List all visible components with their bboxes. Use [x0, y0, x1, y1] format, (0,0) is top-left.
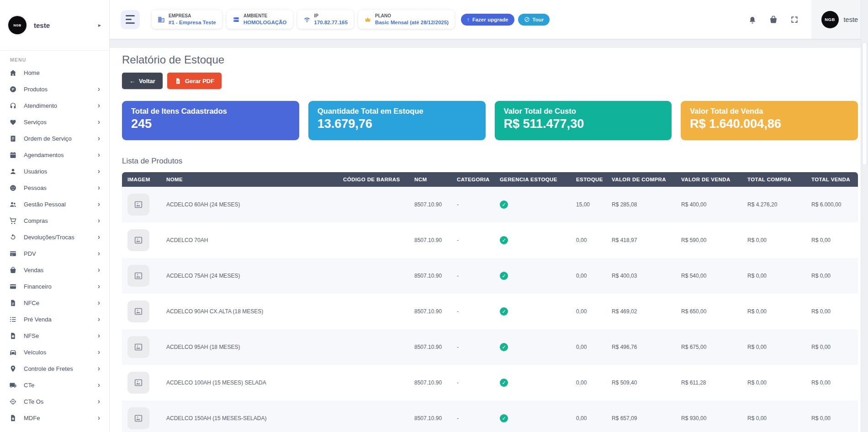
- product-image-placeholder: [127, 265, 149, 287]
- stat-card-value: R$ 1.640.004,86: [690, 117, 849, 131]
- stat-card-label: Valor Total de Custo: [504, 107, 663, 116]
- sidebar-item-pdv[interactable]: PDV ›: [0, 245, 109, 262]
- stat-card-value: 13.679,76: [318, 117, 476, 131]
- product-stock: 0,00: [571, 365, 606, 400]
- scrollbar-thumb[interactable]: [862, 42, 867, 165]
- sidebar-item-vendas[interactable]: Vendas ›: [0, 262, 109, 278]
- sidebar-item-label: Devoluções/Trocas: [24, 234, 74, 241]
- sidebar-item-label: NFSe: [24, 332, 39, 339]
- sidebar-item-mdfe[interactable]: MDFe ›: [0, 410, 109, 426]
- sidebar-item-produtos[interactable]: P Produtos ›: [0, 81, 109, 97]
- ip-chip[interactable]: IP 170.82.77.165: [297, 10, 354, 29]
- sidebar-item-home[interactable]: Home: [0, 64, 109, 81]
- sidebar-item-devolucoes-trocas[interactable]: Devoluções/Trocas ›: [0, 229, 109, 245]
- generate-pdf-button[interactable]: Gerar PDF: [167, 73, 222, 89]
- fullscreen-button[interactable]: [790, 15, 799, 24]
- product-row[interactable]: ACDELCO 70AH 8507.10.90 - ✓ 0,00 R$ 418,…: [122, 222, 858, 258]
- chevron-right-icon: ›: [98, 200, 100, 208]
- sidebar-user-panel[interactable]: NGB teste ▸: [0, 0, 109, 51]
- sidebar-item-nfse[interactable]: NFSe ›: [0, 327, 109, 344]
- sidebar-item-label: Home: [24, 69, 40, 76]
- sidebar-item-ordem-de-servico[interactable]: Ordem de Serviço ›: [0, 130, 109, 147]
- sidebar-item-cte-os[interactable]: CTe Os ›: [0, 393, 109, 410]
- sidebar-item-pessoas[interactable]: Pessoas ›: [0, 179, 109, 196]
- product-barcode: [338, 294, 409, 329]
- sidebar-item-usuarios[interactable]: Usuários ›: [0, 163, 109, 179]
- product-stock: 0,00: [571, 222, 606, 258]
- back-button[interactable]: ← Voltar: [122, 73, 163, 89]
- product-row[interactable]: ACDELCO 100AH (15 MESES) SELADA 8507.10.…: [122, 365, 858, 400]
- column-header-valor-de-venda: VALOR DE VENDA: [676, 172, 742, 187]
- product-name: ACDELCO 60AH (24 MESES): [161, 187, 338, 222]
- sidebar-item-label: PDV: [24, 250, 36, 257]
- column-header-total-venda: TOTAL VENDA: [806, 172, 858, 187]
- product-sale-value: R$ 540,00: [676, 258, 742, 294]
- sidebar-item-nfce[interactable]: NFCe ›: [0, 295, 109, 311]
- tour-button[interactable]: Tour: [518, 14, 550, 26]
- section-title: Lista de Produtos: [122, 157, 858, 166]
- product-row[interactable]: ACDELCO 60AH (24 MESES) 8507.10.90 - ✓ 1…: [122, 187, 858, 222]
- stat-card-label: Valor Total de Venda: [690, 107, 849, 116]
- sidebar-item-veiculos[interactable]: Veículos ›: [0, 344, 109, 360]
- product-row[interactable]: ACDELCO 75AH (24 MESES) 8507.10.90 - ✓ 0…: [122, 258, 858, 294]
- arrow-left-icon: ←: [129, 78, 135, 84]
- sidebar-item-compras[interactable]: Compras ›: [0, 212, 109, 229]
- product-sale-value: R$ 675,00: [676, 329, 742, 365]
- product-row[interactable]: ACDELCO 95AH (18 MESES) 8507.10.90 - ✓ 0…: [122, 329, 858, 365]
- image-icon: [133, 413, 143, 423]
- plan-chip-label: PLANO: [375, 13, 449, 19]
- chevron-right-icon: ›: [98, 414, 100, 421]
- ip-chip-value: 170.82.77.165: [314, 19, 348, 26]
- ordem-servico-icon: [9, 135, 17, 142]
- sidebar-item-agendamentos[interactable]: Agendamentos ›: [0, 147, 109, 163]
- sidebar-item-servicos[interactable]: Serviços ›: [0, 114, 109, 130]
- product-barcode: [338, 258, 409, 294]
- sidebar-item-gestao-pessoal[interactable]: Gestão Pessoal ›: [0, 196, 109, 212]
- image-icon: [133, 342, 143, 352]
- user-menu[interactable]: NGB teste: [811, 0, 868, 39]
- scrollbar-track[interactable]: [861, 0, 868, 432]
- product-purchase-value: R$ 509,40: [606, 365, 676, 400]
- sidebar-item-label: Atendimento: [24, 102, 57, 109]
- sidebar-item-atendimento[interactable]: Atendimento ›: [0, 97, 109, 114]
- column-header-estoque: ESTOQUE: [571, 172, 606, 187]
- product-total-purchase: R$ 0,00: [742, 222, 806, 258]
- product-image-placeholder: [127, 229, 149, 251]
- stat-card: Valor Total de Venda R$ 1.640.004,86: [681, 101, 858, 140]
- product-row[interactable]: ACDELCO 90AH CX.ALTA (18 MESES) 8507.10.…: [122, 294, 858, 329]
- cart-button[interactable]: [769, 15, 778, 24]
- upgrade-button[interactable]: ↑ Fazer upgrade: [461, 14, 514, 26]
- company-chip[interactable]: EMPRESA #1 - Empresa Teste: [152, 10, 222, 29]
- chevron-right-icon: ›: [98, 250, 100, 257]
- product-total-sale: R$ 0,00: [806, 258, 858, 294]
- plan-chip[interactable]: PLANO Basic Mensal (até 28/12/2025): [358, 10, 455, 29]
- sidebar-item-cte[interactable]: CTe ›: [0, 377, 109, 393]
- stock-managed-check-icon: ✓: [500, 200, 508, 209]
- product-name: ACDELCO 95AH (18 MESES): [161, 329, 338, 365]
- product-sale-value: R$ 650,00: [676, 294, 742, 329]
- product-name: ACDELCO 75AH (24 MESES): [161, 258, 338, 294]
- wifi-icon: [303, 16, 311, 23]
- sidebar-item-financeiro[interactable]: Financeiro ›: [0, 278, 109, 295]
- chevron-right-icon: ›: [98, 151, 100, 158]
- menu-section-label: MENU: [10, 57, 109, 63]
- sidebar-toggle-button[interactable]: [121, 10, 140, 29]
- notifications-button[interactable]: [748, 15, 757, 24]
- fretes-icon: [9, 365, 17, 373]
- environment-chip[interactable]: AMBIENTE HOMOLOGAÇÃO: [227, 10, 293, 29]
- chevron-right-icon: ›: [98, 299, 100, 306]
- svg-text:P: P: [12, 87, 14, 91]
- product-purchase-value: R$ 285,08: [606, 187, 676, 222]
- chevron-right-icon: ›: [98, 85, 100, 93]
- sidebar-item-pre-venda[interactable]: Pré Venda ›: [0, 311, 109, 327]
- product-purchase-value: R$ 496,76: [606, 329, 676, 365]
- crown-icon: [364, 16, 371, 23]
- tour-button-label: Tour: [533, 17, 544, 22]
- sidebar-item-label: Veículos: [24, 349, 46, 356]
- sidebar-item-controle-de-fretes[interactable]: Controle de Fretes ›: [0, 360, 109, 377]
- product-sale-value: R$ 611,28: [676, 365, 742, 400]
- produtos-icon: P: [9, 85, 17, 93]
- product-row[interactable]: ACDELCO 150AH (15 MESES-SELADA) 8507.10.…: [122, 400, 858, 432]
- vendas-icon: [9, 266, 17, 274]
- product-purchase-value: R$ 418,97: [606, 222, 676, 258]
